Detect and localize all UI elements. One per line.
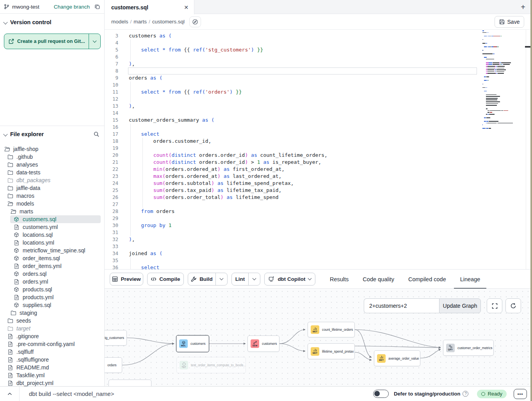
panel-tab-results[interactable]: Results (329, 270, 349, 289)
preview-button[interactable]: Preview (110, 273, 143, 286)
tree-item-customers-sql[interactable]: customers.sql (10, 215, 101, 223)
expand-panel-icon[interactable] (0, 392, 19, 396)
version-control-header[interactable]: Version control (0, 14, 104, 28)
build-button[interactable]: Build (188, 273, 228, 286)
tree-item-order-items-yml[interactable]: order_items.yml (0, 262, 104, 270)
line-number: 11 (105, 89, 118, 96)
defer-toggle[interactable] (373, 390, 389, 398)
tree-item-data-tests[interactable]: data-tests (0, 169, 104, 176)
compile-label: Compile (159, 276, 180, 282)
lint-button[interactable]: Lint (231, 273, 260, 286)
lineage-node-customers_mdl[interactable]: MDLcustomers (176, 335, 209, 352)
fullscreen-button[interactable] (487, 298, 502, 313)
tree-item-label: products.yml (23, 294, 53, 300)
change-branch-link[interactable]: Change branch (54, 4, 90, 10)
line-number: 17 (105, 131, 118, 138)
create-pr-main[interactable]: Create a pull request on Git... (4, 34, 89, 49)
tree-item-models[interactable]: models (0, 200, 104, 208)
lineage-node-lifetime_spend_pretax[interactable]: METlifetime_spend_pretax (308, 343, 355, 359)
line-number: 30 (105, 222, 118, 229)
create-pr-dropdown[interactable] (89, 34, 100, 49)
code-line: min(orders.ordered_at) as first_ordered_… (129, 166, 285, 173)
compile-button[interactable]: Compile (147, 273, 184, 286)
chevron-down-icon (3, 132, 7, 136)
lineage-node-orders[interactable]: MDLorders (105, 357, 122, 373)
tree-item-marts[interactable]: marts (0, 208, 104, 215)
tree-item-jaffle-shop[interactable]: jaffle-shop (0, 145, 104, 153)
lineage-node-customers_sem[interactable]: SEMcustomers (247, 335, 279, 352)
tree-item--github[interactable]: .github (0, 153, 104, 161)
tree-item-README-md[interactable]: README.md (0, 364, 104, 371)
new-tab-button[interactable]: + (518, 2, 528, 12)
doc-icon (7, 364, 13, 371)
compass-icon[interactable] (189, 16, 201, 27)
line-number: 27 (105, 201, 118, 208)
create-pr-button[interactable]: Create a pull request on Git... (4, 34, 101, 49)
tree-item--pre-commit-config-yaml[interactable]: .pre-commit-config.yaml (0, 340, 104, 348)
close-icon[interactable]: ✕ (184, 5, 189, 10)
tree-item-Taskfile-yml[interactable]: Taskfile.yml (0, 371, 104, 379)
lineage-filter-input[interactable]: 2+customers+2 (364, 298, 439, 313)
line-number: 10 (105, 82, 118, 89)
refresh-button[interactable] (505, 298, 521, 313)
tree-item-orders-sql[interactable]: orders.sql (0, 270, 104, 278)
lineage-node-stg_customers[interactable]: MDLstg_customers (105, 330, 127, 346)
code-line: group by 1 (129, 222, 172, 229)
tree-item--sqlfluff[interactable]: .sqlfluff (0, 348, 104, 356)
tree-item--sqlfluffignore[interactable]: .sqlfluffignore (0, 356, 104, 364)
build-dropdown[interactable] (215, 273, 227, 285)
tree-item--gitignore[interactable]: .gitignore (0, 332, 104, 340)
tab-customers-sql[interactable]: customers.sql ✕ (105, 0, 194, 14)
tree-item-dbt-packages[interactable]: dbt_packages (0, 176, 104, 184)
tree-item-label: staging (20, 310, 37, 316)
minimap[interactable] (481, 30, 526, 269)
tree-item-locations-sql[interactable]: locations.sql (0, 231, 104, 239)
tree-item-label: seeds (16, 318, 31, 324)
tree-item-metricflow-time-spine-sql[interactable]: metricflow_time_spine.sql (0, 247, 104, 254)
file-explorer-header[interactable]: File explorer (0, 129, 104, 140)
tree-item-macros[interactable]: macros (0, 192, 104, 200)
lineage-node-test_node[interactable]: TSTtest_order_items_compute_to_bools... (176, 357, 246, 373)
panel-tab-lineage[interactable]: Lineage (459, 270, 481, 289)
git-branch-icon (4, 4, 9, 9)
tree-item-dbt-project-yml[interactable]: dbt_project.yml (0, 379, 104, 386)
tree-item-jaffle-data[interactable]: jaffle-data (0, 184, 104, 192)
lineage-node-label: average_order_value (388, 357, 419, 360)
lineage-node-average_order_value[interactable]: METaverage_order_value (374, 350, 420, 366)
tree-item-analyses[interactable]: analyses (0, 161, 104, 169)
sql-icon (13, 286, 20, 293)
panel-tab-code-quality[interactable]: Code quality (362, 270, 395, 289)
tree-item-products-sql[interactable]: products.sql (0, 286, 104, 293)
lineage-node-partial[interactable] (109, 380, 151, 386)
more-options-button[interactable]: ••• (514, 389, 527, 399)
tree-item-customers-yml[interactable]: customers.yml (0, 223, 104, 231)
save-button[interactable]: Save (495, 16, 524, 28)
lineage-node-customer_order_metrics[interactable]: QRYcustomer_order_metrics (443, 340, 494, 356)
tree-item-order-items-sql[interactable]: order_items.sql (0, 254, 104, 262)
lint-dropdown[interactable] (248, 273, 260, 285)
tree-item-products-yml[interactable]: products.yml (0, 293, 104, 301)
dbt-copilot-button[interactable]: dbt Copilot (264, 273, 315, 286)
tree-item-target[interactable]: target (0, 325, 104, 332)
panel-tab-compiled-code[interactable]: Compiled code (407, 270, 447, 289)
tree-item-staging[interactable]: staging (0, 309, 104, 317)
tree-item-label: analyses (16, 161, 38, 168)
code-line: select (129, 131, 159, 138)
code-line: ), (129, 103, 135, 110)
help-icon[interactable]: ? (463, 391, 468, 397)
editor-toolbar: Preview Compile Build Lint (105, 269, 532, 289)
code-editor[interactable]: 3customers as (45 select * from {{ ref('… (105, 30, 532, 269)
tree-item-supplies-sql[interactable]: supplies.sql (0, 301, 104, 309)
lineage-node-count_lifetime_orders[interactable]: METcount_lifetime_orders (308, 322, 355, 337)
line-number: 24 (105, 180, 118, 187)
copy-icon[interactable] (94, 4, 100, 10)
code-line: count(distinct orders.order_id) as count… (129, 152, 327, 159)
tree-item-orders-yml[interactable]: orders.yml (0, 278, 104, 286)
tree-item-label: supplies.sql (23, 302, 51, 308)
tree-item-locations-yml[interactable]: locations.yml (0, 239, 104, 247)
folder-icon (7, 169, 13, 176)
update-graph-button[interactable]: Update Graph (439, 298, 481, 313)
search-icon[interactable] (93, 131, 100, 137)
tree-item-seeds[interactable]: seeds (0, 317, 104, 325)
lineage-canvas[interactable]: MDLstg_customersMDLordersMDLcustomersTST… (105, 289, 532, 386)
